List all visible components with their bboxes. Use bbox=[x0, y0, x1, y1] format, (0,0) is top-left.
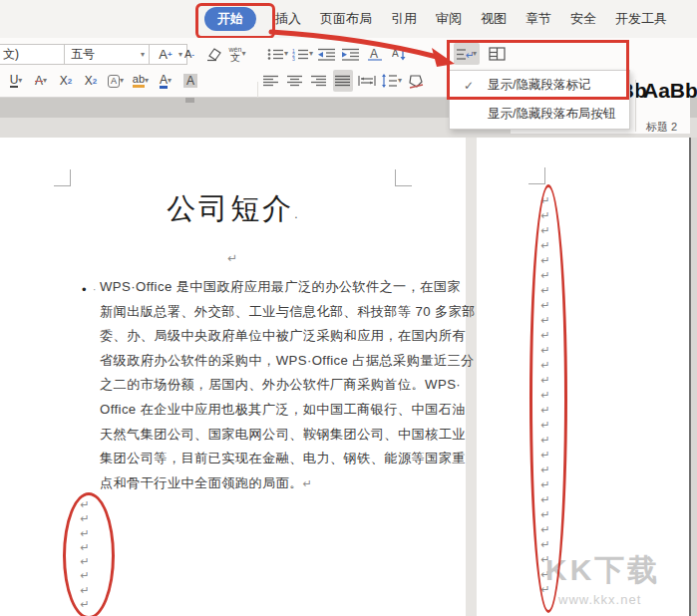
svg-text:A: A bbox=[370, 47, 378, 61]
paragraph-mark: ↵ bbox=[540, 450, 549, 464]
chevron-down-icon: ▾ bbox=[398, 77, 402, 85]
menu-item-0[interactable]: ✓显示/隐藏段落标记 bbox=[450, 71, 629, 100]
decrease-font-button[interactable]: A- bbox=[179, 43, 199, 65]
paragraph-mark: ↵ bbox=[540, 464, 549, 479]
distribute-icon bbox=[358, 75, 376, 87]
increase-indent-button[interactable] bbox=[341, 43, 361, 65]
tab-6[interactable]: 章节 bbox=[525, 10, 551, 28]
align-right-button[interactable] bbox=[309, 70, 329, 92]
font-name-value: 文) bbox=[3, 46, 19, 63]
paragraph-mark: ↵ bbox=[540, 494, 549, 509]
character-border-button[interactable]: A ▾ bbox=[106, 70, 126, 92]
character-scale-button[interactable]: A bbox=[365, 43, 385, 65]
font-size-select[interactable]: 五号 ▾ bbox=[64, 44, 150, 65]
paragraph-mark: ↵ bbox=[540, 405, 549, 420]
phonetic-guide-button[interactable]: wén 文 ▾ bbox=[227, 43, 247, 65]
style-label-heading2: 标题 2 bbox=[646, 120, 677, 135]
font-color-button[interactable]: A ▾ bbox=[156, 70, 175, 92]
body-line: 集团公司等，目前已实现在金融、电力、钢铁、能源等国家重 bbox=[100, 450, 476, 474]
paragraph-mark: ↵ bbox=[540, 524, 549, 539]
distribute-button[interactable] bbox=[357, 70, 377, 92]
watermark-url: www.kkx.net bbox=[558, 592, 641, 607]
chevron-down-icon: ▾ bbox=[241, 50, 245, 58]
line-spacing-icon bbox=[381, 74, 398, 88]
window-edge-strip bbox=[691, 96, 697, 616]
tab-8[interactable]: 开发工具 bbox=[615, 10, 667, 28]
character-scale-icon: A bbox=[367, 47, 383, 61]
text-effects-button[interactable] bbox=[406, 70, 426, 92]
align-center-icon bbox=[287, 75, 303, 87]
layout-grid-icon bbox=[489, 47, 506, 61]
a-plus-icon: A bbox=[159, 47, 168, 62]
body-line: 委、办、局级中央政府单位中被广泛采购和应用，在国内所有 bbox=[100, 327, 476, 352]
paragraph-mark: ↵ bbox=[540, 240, 549, 255]
paragraph-mark: ↵ bbox=[540, 330, 549, 345]
numbered-list-icon: 123 bbox=[292, 48, 309, 61]
tab-2[interactable]: 页面布局 bbox=[320, 10, 372, 28]
character-shading-icon: A bbox=[183, 74, 197, 88]
menu-item-label: 显示/隐藏段落布局按钮 bbox=[488, 106, 615, 123]
empty-paragraph-marks-left: ↵↵↵↵↵↵↵↵ bbox=[77, 499, 93, 613]
numbered-list-button[interactable]: 123 ▾ bbox=[292, 43, 313, 65]
text-tool-button[interactable] bbox=[487, 43, 507, 65]
underline-icon: U bbox=[10, 74, 19, 88]
body-line: WPS·Office 是中国政府应用最广泛的办公软件之一，在国家 bbox=[100, 278, 476, 303]
sort-icon: A bbox=[392, 47, 407, 61]
paragraph-mark: ↵ bbox=[540, 315, 549, 330]
sort-button[interactable]: A bbox=[389, 43, 409, 65]
superscript-button[interactable]: X2 bbox=[56, 70, 76, 92]
menu-bar: 开始插入页面布局引用审阅视图章节安全开发工具 bbox=[0, 0, 697, 39]
paragraph-mark: ↵ bbox=[540, 420, 549, 435]
menu-item-1[interactable]: 显示/隐藏段落布局按钮 bbox=[450, 100, 629, 129]
pinyin-icon: wén 文 bbox=[229, 46, 242, 63]
bullet-list-button[interactable]: ▾ bbox=[267, 43, 288, 65]
increase-font-button[interactable]: A+ bbox=[156, 43, 175, 65]
bullet-list-icon bbox=[267, 48, 284, 61]
align-left-button[interactable] bbox=[261, 70, 281, 92]
show-paragraph-marks-button[interactable]: ↵ ▾ bbox=[454, 43, 480, 65]
tab-0[interactable]: 开始 bbox=[204, 7, 256, 31]
character-shading-button[interactable]: A bbox=[180, 70, 200, 92]
subscript-button[interactable]: X2 bbox=[81, 70, 101, 92]
paragraph-mark: ↵ bbox=[540, 225, 549, 240]
menu-tabs: 开始插入页面布局引用审阅视图章节安全开发工具 bbox=[204, 0, 667, 38]
paragraph-mark: ↵ bbox=[80, 585, 89, 599]
paragraph-mark: ↵ bbox=[540, 390, 549, 405]
strikethrough-button[interactable]: A ▾ bbox=[31, 70, 51, 92]
margin-corner-icon bbox=[54, 169, 71, 186]
justify-button[interactable] bbox=[333, 70, 353, 92]
underline-button[interactable]: U ▾ bbox=[6, 70, 26, 92]
empty-paragraph-marks-right: ↵↵↵↵↵↵↵↵↵↵↵↵↵↵↵↵↵↵↵↵↵↵↵↵↵↵↵ bbox=[537, 195, 553, 599]
paragraph-mark: ↵ bbox=[303, 477, 313, 489]
highlight-icon: ab bbox=[133, 74, 145, 88]
tab-4[interactable]: 审阅 bbox=[436, 10, 462, 28]
wps-writer-window: 开始插入页面布局引用审阅视图章节安全开发工具 文) ▾ 五号 ▾ A+ A- bbox=[0, 0, 697, 616]
tab-1[interactable]: 插入 bbox=[275, 10, 301, 28]
clear-format-button[interactable] bbox=[203, 43, 223, 65]
decrease-indent-button[interactable] bbox=[317, 43, 337, 65]
font-color-icon: A bbox=[160, 74, 168, 89]
paragraph-mark: ↵ bbox=[540, 375, 549, 390]
tab-5[interactable]: 视图 bbox=[481, 10, 507, 28]
line-spacing-button[interactable]: ▾ bbox=[381, 70, 402, 92]
paragraph-mark: ↵ bbox=[540, 285, 549, 300]
tab-7[interactable]: 安全 bbox=[570, 10, 596, 28]
svg-text:↵: ↵ bbox=[466, 49, 473, 61]
style-item-heading2[interactable]: AaBb bbox=[643, 79, 697, 103]
tab-3[interactable]: 引用 bbox=[391, 10, 417, 28]
subscript-icon: X bbox=[85, 74, 93, 88]
paragraph-mark: ↵ bbox=[80, 570, 89, 584]
align-center-button[interactable] bbox=[285, 70, 305, 92]
paragraph-mark: ↵ bbox=[80, 513, 89, 527]
highlight-button[interactable]: ab ▾ bbox=[131, 70, 151, 92]
paragraph-mark: ↵ bbox=[540, 300, 549, 315]
body-paragraph: WPS·Office 是中国政府应用最广泛的办公软件之一，在国家新闻出版总署、外… bbox=[100, 278, 476, 498]
paragraph-mark: ↵ bbox=[540, 435, 549, 450]
chevron-down-icon: ▾ bbox=[168, 77, 172, 85]
paragraph-mark: ↵ bbox=[540, 195, 549, 210]
paragraph-marks-menu: ✓显示/隐藏段落标记显示/隐藏段落布局按钮 bbox=[449, 70, 630, 130]
paragraph-mark: ↵ bbox=[70, 251, 395, 265]
shading-shape-icon bbox=[407, 74, 425, 89]
page-2[interactable] bbox=[477, 138, 690, 616]
indent-marker[interactable] bbox=[185, 98, 194, 103]
